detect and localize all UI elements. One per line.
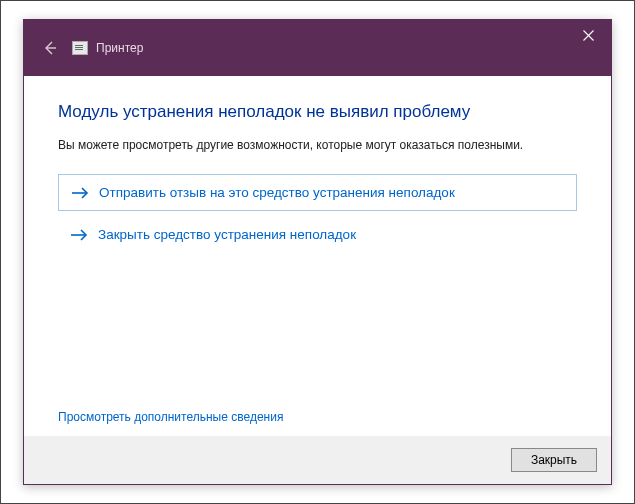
- page-heading: Модуль устранения неполадок не выявил пр…: [58, 102, 577, 122]
- troubleshooter-window: Принтер Модуль устранения неполадок не в…: [23, 19, 612, 485]
- outer-frame: Принтер Модуль устранения неполадок не в…: [0, 0, 635, 504]
- window-title: Принтер: [96, 41, 143, 55]
- view-more-info-link[interactable]: Просмотреть дополнительные сведения: [58, 410, 283, 424]
- option-label: Закрыть средство устранения неполадок: [98, 227, 356, 242]
- close-button[interactable]: Закрыть: [511, 448, 597, 472]
- content-area: Модуль устранения неполадок не выявил пр…: [24, 76, 611, 436]
- window-close-button[interactable]: [565, 20, 611, 50]
- page-subtext: Вы можете просмотреть другие возможности…: [58, 138, 577, 152]
- back-arrow-icon: [41, 39, 59, 57]
- arrow-right-icon: [70, 228, 88, 242]
- footer: Закрыть: [24, 436, 611, 484]
- back-button[interactable]: [38, 36, 62, 60]
- titlebar: Принтер: [24, 20, 611, 76]
- option-close-troubleshooter[interactable]: Закрыть средство устранения неполадок: [58, 225, 577, 244]
- option-send-feedback[interactable]: Отправить отзыв на это средство устранен…: [58, 174, 577, 211]
- printer-icon: [72, 41, 88, 55]
- option-label: Отправить отзыв на это средство устранен…: [99, 185, 455, 200]
- arrow-right-icon: [71, 186, 89, 200]
- close-icon: [583, 30, 594, 41]
